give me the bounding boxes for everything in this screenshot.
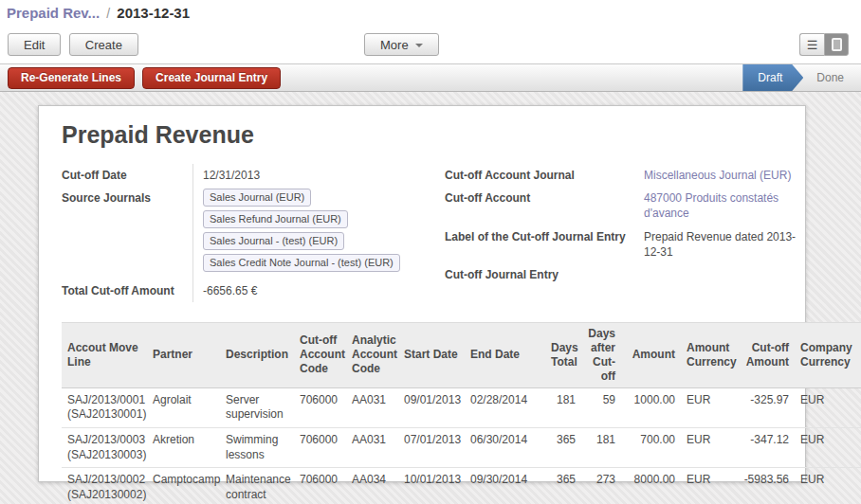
field-groups: Cut-off Date 12/31/2013 Source Journals … xyxy=(62,164,805,302)
table-row[interactable]: SAJ/2013/0001 (SAJ20130001) Agrolait Ser… xyxy=(62,387,861,427)
page-title: Prepaid Revenue xyxy=(62,121,805,149)
cutoff-date-label: Cut-off Date xyxy=(62,164,192,187)
column-header[interactable]: Partner xyxy=(147,322,220,387)
column-header[interactable]: End Date xyxy=(465,322,545,387)
table-cell: 09/30/2014 xyxy=(465,468,545,504)
table-cell: 700.00 xyxy=(621,427,681,467)
column-header[interactable]: Start Date xyxy=(398,322,465,387)
cutoff-date-value: 12/31/2013 xyxy=(192,164,431,187)
more-button-label: More xyxy=(380,38,409,52)
table-cell: 59 xyxy=(581,387,621,427)
journal-entry-label-label: Label of the Cut-off Journal Entry xyxy=(445,225,634,263)
table-cell: EUR xyxy=(681,468,738,504)
table-cell: 706000 xyxy=(294,387,346,427)
table-cell: Maintenance contract xyxy=(220,468,294,504)
regenerate-lines-button[interactable]: Re-Generate Lines xyxy=(8,67,135,89)
column-header[interactable]: Description xyxy=(220,322,294,387)
journal-tag: Sales Credit Note Journal - (test) (EUR) xyxy=(203,254,400,272)
breadcrumb-parent-link[interactable]: Prepaid Rev... xyxy=(7,5,100,21)
column-header[interactable]: Amount Currency xyxy=(681,322,738,387)
column-header[interactable]: Days Total xyxy=(545,322,581,387)
status-draft: Draft xyxy=(742,64,803,91)
form-sheet: Prepaid Revenue Cut-off Date 12/31/2013 … xyxy=(38,105,806,482)
view-switcher: ☰ xyxy=(799,33,849,56)
status-widget: Draft Done xyxy=(742,64,861,91)
field-group-right: Cut-off Account Journal Miscellaneous Jo… xyxy=(445,164,805,302)
table-cell: 181 xyxy=(581,427,621,467)
field-group-left: Cut-off Date 12/31/2013 Source Journals … xyxy=(62,164,431,302)
cutoff-account-journal-label: Cut-off Account Journal xyxy=(445,164,634,187)
table-cell: Camptocamp xyxy=(147,468,220,504)
chevron-down-icon xyxy=(415,44,423,47)
column-header[interactable]: Days after Cut-off xyxy=(581,322,621,387)
table-cell: EUR xyxy=(795,468,861,504)
table-cell: SAJ/2013/0002 (SAJ20130002) xyxy=(62,468,147,504)
table-cell: AA034 xyxy=(346,468,398,504)
breadcrumb: Prepaid Rev... / 2013-12-31 xyxy=(0,0,861,28)
table-cell: 10/01/2013 xyxy=(398,468,465,504)
table-cell: EUR xyxy=(681,427,738,467)
table-row[interactable]: SAJ/2013/0002 (SAJ20130002) Camptocamp M… xyxy=(62,468,861,504)
table-cell: EUR xyxy=(681,387,738,427)
table-cell: -347.12 xyxy=(738,427,795,467)
column-header[interactable]: Accout Move Line xyxy=(62,322,147,387)
table-cell: 1000.00 xyxy=(621,387,681,427)
content-area: Prepaid Revenue Cut-off Date 12/31/2013 … xyxy=(0,92,861,504)
cutoff-journal-entry-label: Cut-off Journal Entry xyxy=(445,263,634,286)
more-button[interactable]: More xyxy=(364,33,439,56)
create-button[interactable]: Create xyxy=(69,33,138,56)
table-cell: 09/01/2013 xyxy=(398,387,465,427)
column-header[interactable]: Cut-off Account Code xyxy=(294,322,346,387)
table-cell: Agrolait xyxy=(147,387,220,427)
journal-tag: Sales Journal (EUR) xyxy=(203,189,311,207)
form-icon xyxy=(832,38,842,51)
table-cell: 706000 xyxy=(294,427,346,467)
source-journals-label: Source Journals xyxy=(62,187,192,279)
breadcrumb-current: 2013-12-31 xyxy=(117,5,190,21)
table-cell: 706000 xyxy=(294,468,346,504)
table-cell: AA031 xyxy=(346,427,398,467)
cutoff-account-label: Cut-off Account xyxy=(445,187,634,225)
create-journal-entry-button[interactable]: Create Journal Entry xyxy=(142,67,281,89)
table-cell: Server supervision xyxy=(220,387,294,427)
table-cell: 02/28/2014 xyxy=(465,387,545,427)
table-cell: 365 xyxy=(545,427,581,467)
total-cutoff-amount-value: -6656.65 € xyxy=(192,279,431,302)
status-done: Done xyxy=(803,64,861,91)
list-view-button[interactable]: ☰ xyxy=(799,33,824,56)
table-cell: 8000.00 xyxy=(621,468,681,504)
table-cell: 365 xyxy=(545,468,581,504)
journal-tag: Sales Refund Journal (EUR) xyxy=(203,210,348,228)
table-header-row: Accout Move Line Partner Description Cut… xyxy=(62,322,861,387)
journal-entry-label-value: Prepaid Revenue dated 2013-12-31 xyxy=(634,225,805,263)
toolbar: Edit Create More ☰ xyxy=(0,28,861,63)
cutoff-account-journal-link[interactable]: Miscellaneous Journal (EUR) xyxy=(644,169,791,182)
column-header[interactable]: Company Currency xyxy=(795,322,861,387)
total-cutoff-amount-label: Total Cut-off Amount xyxy=(62,279,192,302)
breadcrumb-separator: / xyxy=(103,6,113,21)
column-header[interactable]: Amount xyxy=(621,322,681,387)
table-cell: Akretion xyxy=(147,427,220,467)
table-cell: 06/30/2014 xyxy=(465,427,545,467)
table-cell: Swimming lessons xyxy=(220,427,294,467)
table-row[interactable]: SAJ/2013/0003 (SAJ20130003) Akretion Swi… xyxy=(62,427,861,467)
edit-button[interactable]: Edit xyxy=(8,33,61,56)
action-bar: Re-Generate Lines Create Journal Entry D… xyxy=(0,63,861,92)
journal-tag: Sales Journal - (test) (EUR) xyxy=(203,232,344,250)
header: Prepaid Rev... / 2013-12-31 Edit Create … xyxy=(0,0,861,63)
cutoff-journal-entry-value xyxy=(634,263,805,286)
table-cell: 273 xyxy=(581,468,621,504)
column-header[interactable]: Cut-off Amount xyxy=(738,322,795,387)
table-cell: AA031 xyxy=(346,387,398,427)
cutoff-lines-table: Accout Move Line Partner Description Cut… xyxy=(62,322,861,504)
table-cell: 181 xyxy=(545,387,581,427)
table-cell: SAJ/2013/0003 (SAJ20130003) xyxy=(62,427,147,467)
source-journals-value: Sales Journal (EUR)Sales Refund Journal … xyxy=(192,187,431,279)
cutoff-account-link[interactable]: 487000 Produits constatés d'avance xyxy=(644,191,779,220)
list-icon: ☰ xyxy=(807,39,818,51)
table-cell: EUR xyxy=(795,387,861,427)
cutoff-account-value: 487000 Produits constatés d'avance xyxy=(634,187,805,225)
column-header[interactable]: Analytic Account Code xyxy=(346,322,398,387)
cutoff-account-journal-value: Miscellaneous Journal (EUR) xyxy=(634,164,805,187)
form-view-button[interactable] xyxy=(824,33,849,56)
